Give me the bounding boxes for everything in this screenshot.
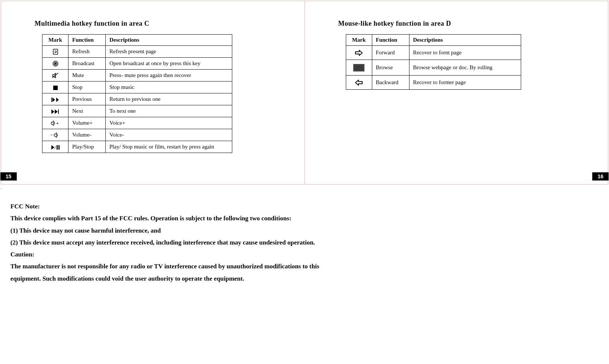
table-row: Refresh Refresh present page: [42, 46, 232, 58]
table-row: Backward Recover to former page: [346, 76, 521, 90]
cell-function: Forward: [372, 46, 409, 60]
cell-function: Backward: [372, 76, 409, 90]
fcc-heading: FCC Note:: [10, 201, 345, 213]
backward-arrow-icon: [346, 76, 372, 90]
svg-rect-0: [53, 49, 58, 54]
table-row: + Volume+ Voice+: [42, 117, 232, 129]
table-row: Stop Stop music: [42, 82, 232, 93]
cell-desc: To next one: [106, 105, 232, 117]
broadcast-icon: [42, 58, 68, 70]
volume-down-icon: −: [42, 129, 68, 141]
th-descriptions: Descriptions: [106, 35, 232, 46]
fcc-line3: (2) This device must accept any interfer…: [10, 237, 345, 249]
cell-function: Volume+: [68, 117, 106, 129]
svg-marker-14: [51, 145, 54, 150]
svg-point-3: [55, 63, 56, 64]
fcc-line2: (1) This device may not cause harmful in…: [10, 225, 345, 237]
stray-mark: .: [1, 185, 609, 189]
svg-rect-17: [58, 145, 60, 150]
cell-function: Mute: [68, 70, 106, 82]
th-descriptions: Descriptions: [409, 35, 521, 46]
cell-function: Stop: [68, 82, 106, 93]
table-row: Broadcast Open broadcast at once by pres…: [42, 58, 232, 70]
svg-rect-19: [354, 65, 363, 70]
th-mark: Mark: [42, 35, 68, 46]
table-row: Mute Press- mute press again then recove…: [42, 70, 232, 82]
svg-text:+: +: [56, 121, 58, 126]
fcc-line1: This device complies with Part 15 of the…: [10, 213, 345, 224]
refresh-icon: [42, 46, 68, 58]
cell-function: Refresh: [68, 46, 106, 58]
table-row: / Play/Stop Play/ Stop music or film, re…: [42, 141, 232, 153]
svg-rect-6: [51, 98, 52, 102]
svg-marker-10: [55, 109, 58, 114]
table-row: Previous Return to previous one: [42, 93, 232, 105]
cell-desc: Press- mute press again then recover: [106, 70, 232, 82]
table-area-c: Mark Function Descriptions Refresh Refre…: [42, 34, 232, 153]
cell-desc: Stop music: [106, 82, 232, 93]
table-row: Next To next one: [42, 105, 232, 117]
cell-desc: Voice+: [106, 117, 232, 129]
table-area-d: Mark Function Descriptions Forward Recov…: [346, 34, 521, 90]
table-header-row: Mark Function Descriptions: [42, 35, 232, 46]
cell-desc: Browse webpage or doc. By rolling: [409, 60, 521, 76]
svg-rect-16: [57, 145, 58, 150]
svg-text:/: /: [54, 145, 56, 150]
cell-desc: Return to previous one: [106, 93, 232, 105]
svg-marker-7: [52, 98, 55, 102]
previous-icon: [42, 93, 68, 105]
svg-rect-5: [53, 86, 58, 90]
cell-desc: Voice-: [106, 129, 232, 141]
svg-marker-9: [51, 109, 54, 114]
page-spread: Multimedia hotkey function in area C Mar…: [1, 1, 608, 185]
fcc-note: FCC Note: This device complies with Part…: [10, 201, 345, 285]
stop-icon: [42, 82, 68, 93]
cell-desc: Play/ Stop music or film, restart by pre…: [106, 141, 232, 153]
next-icon: [42, 105, 68, 117]
cell-function: Previous: [68, 93, 106, 105]
th-mark: Mark: [346, 35, 372, 46]
right-title: Mouse-like hotkey function in area D: [338, 20, 586, 28]
page-number-right: 16: [592, 172, 609, 181]
mute-icon: [42, 70, 68, 82]
cell-desc: Open broadcast at once by press this key: [106, 58, 232, 70]
svg-rect-11: [58, 109, 59, 114]
cell-desc: Refresh present page: [106, 46, 232, 58]
volume-up-icon: +: [42, 117, 68, 129]
page-right: Mouse-like hotkey function in area D Mar…: [305, 1, 608, 184]
fcc-caution-body: The manufacturer is not responsible for …: [10, 261, 345, 285]
svg-marker-8: [56, 98, 59, 102]
cell-function: Browse: [372, 60, 409, 76]
svg-text:−: −: [50, 132, 53, 138]
th-function: Function: [372, 35, 409, 46]
cell-function: Next: [68, 105, 106, 117]
cell-desc: Recover to former page: [409, 76, 521, 90]
left-title: Multimedia hotkey function in area C: [35, 20, 282, 28]
cell-function: Volume-: [68, 129, 106, 141]
cell-function: Play/Stop: [68, 141, 106, 153]
table-header-row: Mark Function Descriptions: [346, 35, 521, 46]
browse-icon: [346, 60, 372, 76]
table-row: − Volume- Voice-: [42, 129, 232, 141]
page-left: Multimedia hotkey function in area C Mar…: [1, 1, 305, 184]
page-number-left: 15: [0, 172, 17, 181]
forward-arrow-icon: [346, 46, 372, 60]
play-stop-icon: /: [42, 141, 68, 153]
th-function: Function: [68, 35, 106, 46]
fcc-caution: Caution:: [10, 249, 345, 261]
cell-desc: Recover to fornt page: [409, 46, 521, 60]
table-row: Forward Recover to fornt page: [346, 46, 521, 60]
cell-function: Broadcast: [68, 58, 106, 70]
table-row: Browse Browse webpage or doc. By rolling: [346, 60, 521, 76]
